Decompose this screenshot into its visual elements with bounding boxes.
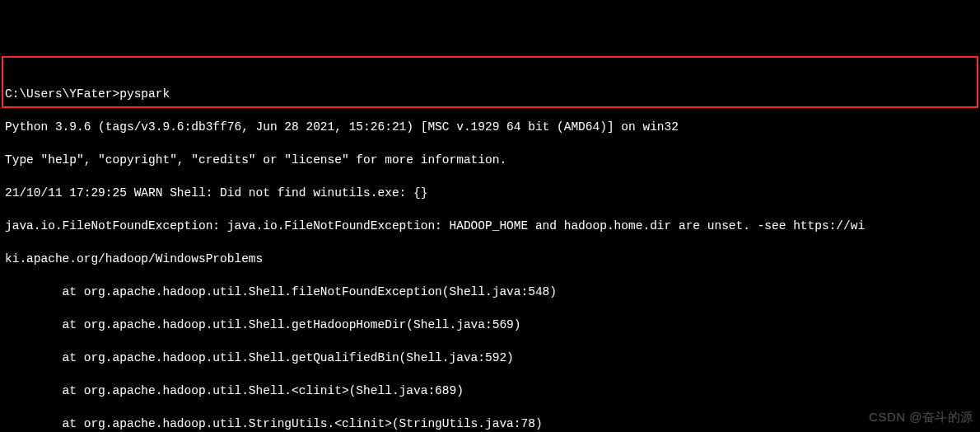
- stack-line: at org.apache.hadoop.util.Shell.<clinit>…: [5, 383, 980, 399]
- warn-line: ki.apache.org/hadoop/WindowsProblems: [5, 251, 980, 267]
- help-line: Type "help", "copyright", "credits" or "…: [5, 152, 980, 168]
- stack-line: at org.apache.hadoop.util.Shell.getQuali…: [5, 350, 980, 366]
- warn-line: 21/10/11 17:29:25 WARN Shell: Did not fi…: [5, 185, 980, 201]
- python-version-line: Python 3.9.6 (tags/v3.9.6:db3ff76, Jun 2…: [5, 119, 980, 135]
- stack-line: at org.apache.hadoop.util.Shell.fileNotF…: [5, 284, 980, 300]
- warn-line: java.io.FileNotFoundException: java.io.F…: [5, 218, 980, 234]
- stack-line: at org.apache.hadoop.util.Shell.getHadoo…: [5, 317, 980, 333]
- watermark: CSDN @奋斗的源: [869, 409, 973, 425]
- prompt-line: C:\Users\YFater>pyspark: [5, 86, 980, 102]
- terminal-output: C:\Users\YFater>pyspark Python 3.9.6 (ta…: [0, 66, 980, 432]
- stack-line: at org.apache.hadoop.util.StringUtils.<c…: [5, 416, 980, 432]
